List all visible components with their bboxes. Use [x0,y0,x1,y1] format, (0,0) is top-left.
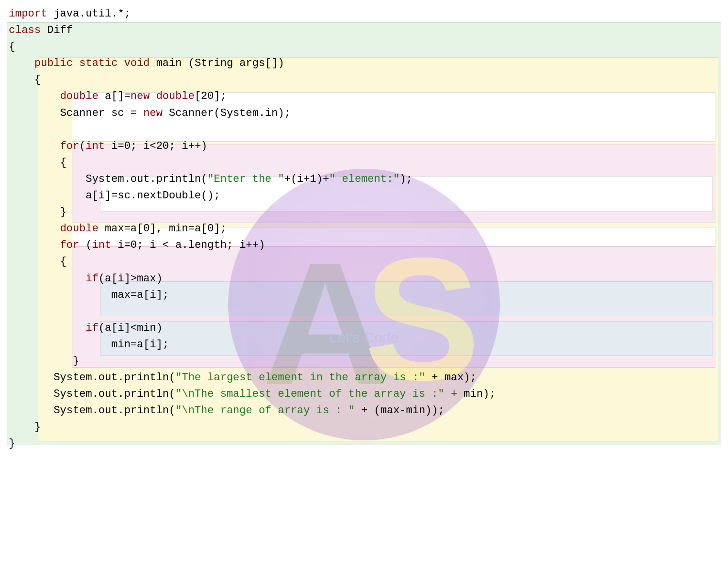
source-code: import java.util.*; class Diff { public … [9,6,719,453]
token-keyword: class [9,24,41,36]
token-string: "Enter the " [207,173,284,185]
token-keyword: import [9,8,47,20]
token-keyword: public [34,57,73,69]
code-block: A S Let's Code import java.util.*; class… [0,0,728,582]
